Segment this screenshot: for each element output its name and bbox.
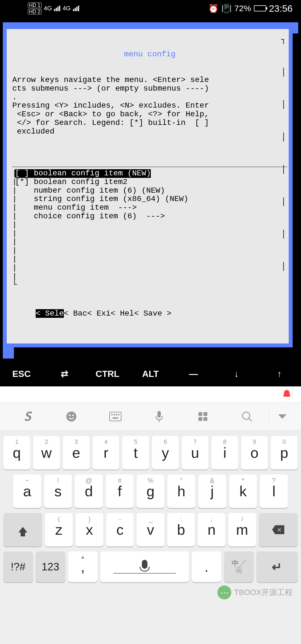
battery-pct: 72%: [234, 4, 251, 13]
status-bar: HD 1 HD 2 4G 4G ⏰ 📳 72% 23:56: [0, 0, 301, 17]
menu-help-text: Arrow keys navigate the menu. <Enter> se…: [12, 76, 287, 136]
symbols-key[interactable]: !?#: [3, 551, 33, 582]
alarm-icon: ⏰: [208, 4, 219, 13]
mic-icon[interactable]: [137, 410, 181, 423]
down-arrow-key[interactable]: ↓: [215, 369, 258, 379]
key-f[interactable]: #f: [106, 474, 134, 508]
key-q[interactable]: 1q: [3, 436, 30, 469]
menu-bottom-bar[interactable]: < Sele< Bac< Exi< Hel< Save >: [12, 309, 287, 318]
battery-icon: [254, 5, 266, 11]
terminal-area[interactable]: menu config Arrow keys navigate the menu…: [0, 17, 301, 361]
key-x[interactable]: )x: [76, 513, 103, 546]
svg-rect-9: [157, 411, 161, 418]
svg-point-15: [242, 412, 250, 419]
menu-item-5[interactable]: choice config item (6) --->: [15, 212, 165, 221]
ctrl-key[interactable]: CTRL: [86, 369, 129, 379]
numbers-key[interactable]: 123: [36, 551, 65, 582]
keyboard-settings-icon[interactable]: [93, 412, 137, 421]
watermark: ⋯ TBOOX开源工程: [217, 585, 293, 599]
signal2-icon: [73, 6, 79, 11]
svg-rect-4: [111, 414, 113, 415]
period-key[interactable]: .: [192, 551, 221, 582]
key-r[interactable]: 4r: [93, 436, 120, 469]
select-button[interactable]: < Sele: [36, 309, 64, 318]
key-w[interactable]: 2w: [33, 436, 60, 469]
esc-key[interactable]: ESC: [0, 369, 43, 379]
menu-item-4[interactable]: menu config item --->: [15, 204, 137, 212]
svg-rect-11: [198, 412, 202, 416]
search-icon[interactable]: [225, 411, 269, 422]
enter-icon: ↵: [272, 560, 282, 574]
menu-item-2[interactable]: number config item (6) (NEW): [15, 187, 165, 195]
key-j[interactable]: &j: [198, 474, 226, 508]
svg-rect-3: [110, 412, 121, 421]
tab-key[interactable]: ⇄: [43, 369, 86, 379]
dash-key[interactable]: —: [172, 369, 215, 379]
up-arrow-key[interactable]: ↑: [258, 369, 301, 379]
menu-list[interactable]: |[ ] boolean config item (NEW)|[*] boole…: [12, 167, 287, 289]
svg-rect-5: [113, 414, 115, 415]
svg-point-0: [66, 411, 76, 422]
key-i[interactable]: 8i: [211, 436, 238, 469]
svg-line-16: [249, 418, 252, 421]
svg-marker-17: [278, 414, 287, 419]
collapse-keyboard-icon[interactable]: [269, 414, 295, 419]
bottom-buttons-rest[interactable]: < Bac< Exi< Hel< Save >: [64, 309, 171, 318]
menu-title: menu config: [12, 50, 287, 59]
key-m[interactable]: /m: [228, 513, 256, 546]
svg-rect-14: [203, 417, 207, 421]
key-z[interactable]: (z: [45, 513, 73, 546]
svg-rect-8: [113, 417, 118, 419]
key-d[interactable]: @d: [75, 474, 103, 508]
sogou-logo-icon[interactable]: S: [6, 409, 49, 423]
menu-item-1[interactable]: [*] boolean config item2: [15, 178, 127, 187]
vibrate-icon: 📳: [221, 4, 232, 13]
hd1-badge: HD 1: [28, 3, 42, 8]
hd2-badge: HD 2: [28, 9, 42, 14]
language-key[interactable]: 中╱英: [224, 551, 254, 582]
key-v[interactable]: _v: [137, 513, 164, 546]
ime-header: [0, 386, 301, 403]
key-h[interactable]: "h: [167, 474, 195, 508]
watermark-text: TBOOX开源工程: [234, 587, 293, 598]
key-y[interactable]: 6y: [152, 436, 179, 469]
space-key[interactable]: [100, 551, 189, 582]
menu-item-3[interactable]: string config item (x86_64) (NEW): [15, 195, 188, 204]
key-s[interactable]: !s: [44, 474, 72, 508]
key-p[interactable]: 0p: [271, 436, 298, 469]
alt-key[interactable]: ALT: [129, 369, 172, 379]
menuconfig-window[interactable]: menu config Arrow keys navigate the menu…: [7, 29, 289, 343]
svg-point-2: [72, 415, 74, 416]
extra-keys-row: ESC ⇄ CTRL ALT — ↓ ↑: [0, 361, 301, 386]
soft-keyboard: 1q2w3e4r5t6y7u8i9o0p ~a!s@d#f%g"h&j*k?l …: [0, 430, 301, 644]
grid-icon[interactable]: [181, 411, 225, 422]
backspace-icon: [272, 525, 284, 534]
key-g[interactable]: %g: [137, 474, 165, 508]
mic-icon: [142, 560, 147, 569]
clock: 23:56: [269, 3, 293, 14]
key-e[interactable]: 3e: [63, 436, 90, 469]
enter-key[interactable]: ↵: [256, 551, 298, 582]
ime-toolbar: S: [0, 403, 301, 430]
shift-key[interactable]: [3, 513, 42, 546]
key-l[interactable]: ?l: [260, 474, 288, 508]
key-o[interactable]: 9o: [241, 436, 268, 469]
svg-rect-13: [198, 417, 202, 421]
svg-rect-6: [116, 414, 117, 415]
key-u[interactable]: 7u: [182, 436, 209, 469]
network2-label: 4G: [62, 5, 71, 12]
key-t[interactable]: 5t: [122, 436, 149, 469]
comma-key[interactable]: ▲ ,: [68, 551, 98, 582]
emoji-icon[interactable]: [49, 411, 93, 422]
key-c[interactable]: -c: [106, 513, 134, 546]
signal1-icon: [54, 6, 60, 11]
key-a[interactable]: ~a: [13, 474, 41, 508]
menu-item-0[interactable]: [ ] boolean config item (NEW): [15, 169, 151, 178]
key-n[interactable]: ;n: [198, 513, 225, 546]
key-b[interactable]: :b: [167, 513, 195, 546]
shift-icon: [18, 527, 27, 532]
svg-rect-7: [118, 414, 119, 415]
ime-avatar-icon[interactable]: [281, 389, 293, 400]
backspace-key[interactable]: [259, 513, 298, 546]
key-k[interactable]: *k: [229, 474, 257, 508]
